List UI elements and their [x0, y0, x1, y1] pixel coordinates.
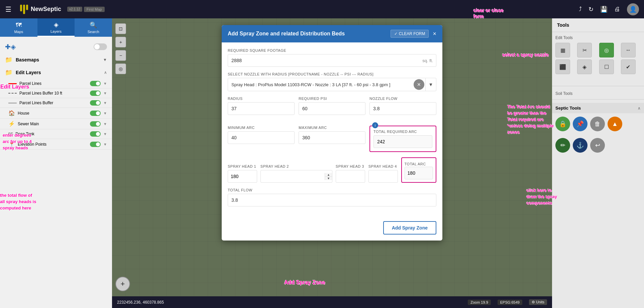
- nozzle-input[interactable]: [228, 78, 413, 91]
- parcel-lines-toggle[interactable]: [90, 81, 101, 86]
- spray-head-2-stepper-btns: ▲ ▼: [325, 173, 332, 180]
- layer-controls-row: ✚◈: [0, 40, 112, 53]
- total-arc-inline-label: Total Arc: [405, 162, 426, 166]
- dose-tank-chevron[interactable]: ▼: [103, 132, 107, 136]
- parcel-buffer-toggle[interactable]: [90, 100, 101, 106]
- tool-layer-btn[interactable]: ◈: [577, 59, 592, 74]
- print-icon[interactable]: 🖨: [614, 6, 620, 13]
- min-arc-input[interactable]: [228, 131, 295, 144]
- elevation-points-toggle[interactable]: [90, 142, 101, 147]
- nozzle-flow-input[interactable]: [369, 102, 436, 115]
- sewer-main-toggle[interactable]: [90, 121, 101, 127]
- maps-icon: 🗺: [16, 22, 22, 29]
- nozzle-dropdown-btn[interactable]: ▼: [425, 78, 436, 91]
- house-toggle[interactable]: [90, 111, 101, 116]
- soil-tools-label: Soil Tools: [552, 90, 644, 96]
- basemaps-section-header[interactable]: 📁 Basemaps ▼: [0, 53, 112, 66]
- septic-triangle-btn[interactable]: ▲: [608, 117, 622, 131]
- modal-header-actions: ✓ CLEAR FORM ×: [391, 30, 436, 38]
- total-required-arc-group: i Total required arc: [369, 126, 436, 152]
- septic-tools-header[interactable]: Septic Tools ∧: [552, 103, 644, 113]
- tab-layers[interactable]: ◈ Layers: [37, 18, 75, 37]
- modal-footer: Add Spray Zone: [222, 218, 442, 241]
- tool-square-btn[interactable]: ⬛: [555, 59, 570, 74]
- nozzle-clear-btn[interactable]: ✕: [414, 79, 424, 90]
- sewer-main-chevron[interactable]: ▼: [103, 122, 107, 126]
- map-bottom-bar: 2232456.236, 460378.865 Zoom 19.9 EPSG:6…: [112, 296, 552, 308]
- units-selector[interactable]: ⚙ Units: [529, 299, 547, 305]
- spray-head-3-input[interactable]: [336, 170, 365, 183]
- all-layers-toggle[interactable]: [94, 43, 107, 50]
- parcel-lines-label: Parcel Lines: [19, 81, 87, 86]
- tool-select-btn[interactable]: ☐: [599, 59, 614, 74]
- septic-edit-btn[interactable]: ✏: [555, 138, 570, 153]
- tool-circle-btn[interactable]: ◎: [599, 43, 614, 57]
- spray-head-2-up[interactable]: ▲: [325, 173, 332, 177]
- tool-check-btn[interactable]: ✔: [621, 59, 636, 74]
- save-icon[interactable]: 💾: [600, 6, 608, 13]
- required-sq-footage-input[interactable]: [228, 54, 436, 67]
- septic-tools-label: Septic Tools: [555, 106, 638, 111]
- total-required-arc-input[interactable]: [373, 135, 432, 148]
- max-arc-input[interactable]: [299, 131, 365, 144]
- spray-head-2-down[interactable]: ▼: [325, 177, 332, 180]
- edit-layers-folder-icon: 📁: [5, 69, 12, 76]
- required-psi-input[interactable]: [299, 102, 365, 115]
- septic-delete-btn[interactable]: 🗑: [590, 117, 605, 131]
- tool-cut-btn[interactable]: ✂: [577, 43, 592, 57]
- tab-maps[interactable]: 🗺 Maps: [0, 18, 37, 37]
- max-arc-group: Maximum arc: [299, 126, 365, 147]
- tool-grid-btn[interactable]: ▦: [555, 43, 570, 57]
- septic-draw-btn[interactable]: 🔒: [555, 117, 570, 131]
- logo-bar-2: [23, 5, 25, 14]
- layer-parcel-buffer: Parcel Lines Buffer ▼: [0, 98, 112, 108]
- total-arc-input[interactable]: [405, 167, 433, 179]
- spray-head-2-input[interactable]: [261, 174, 325, 179]
- required-sq-footage-label: Required Square Footage: [228, 48, 436, 52]
- spray-head-1-label: Spray head 1: [228, 164, 257, 168]
- tab-search[interactable]: 🔍 Search: [75, 18, 112, 37]
- radius-input[interactable]: [228, 102, 295, 115]
- spray-head-2-stepper: ▲ ▼: [260, 170, 332, 183]
- share-icon[interactable]: ⤴: [579, 6, 582, 13]
- parcel-buffer-10ft-toggle[interactable]: [90, 91, 101, 96]
- modal-close-button[interactable]: ×: [433, 30, 436, 37]
- elevation-chevron[interactable]: ▼: [103, 142, 107, 146]
- septic-anchor-btn[interactable]: ⚓: [573, 138, 587, 153]
- clear-form-button[interactable]: ✓ CLEAR FORM: [391, 30, 429, 38]
- nozzle-selector-group: Select nozzle with radius [ProductName -…: [228, 72, 436, 91]
- total-flow-input[interactable]: [228, 194, 436, 206]
- clear-form-label: ✓ CLEAR FORM: [394, 31, 425, 36]
- parcel-buffer-chevron[interactable]: ▼: [103, 91, 107, 95]
- app-logo: NewSeptic: [17, 5, 65, 14]
- dose-tank-toggle[interactable]: [90, 131, 101, 137]
- sq-footage-unit: sq. ft.: [422, 58, 433, 63]
- parcel-lines-chevron[interactable]: ▼: [103, 82, 107, 86]
- spray-head-1-input[interactable]: [228, 170, 257, 183]
- map-name: First Map: [84, 7, 105, 12]
- user-avatar[interactable]: 👤: [627, 3, 639, 15]
- tool-move-btn[interactable]: ↔: [621, 43, 636, 57]
- sq-footage-input-wrapper: sq. ft.: [228, 54, 436, 67]
- logo-bar-1: [20, 5, 22, 11]
- add-spray-zone-button[interactable]: Add Spray Zone: [383, 221, 436, 235]
- parcel-buffer2-chevron[interactable]: ▼: [103, 101, 107, 105]
- total-required-arc-box: i Total required arc: [369, 126, 436, 152]
- tab-maps-label: Maps: [14, 30, 23, 34]
- modal-title: Add Spray Zone and related Distribution …: [228, 31, 345, 37]
- min-arc-group: Minimum arc: [228, 126, 295, 147]
- tab-search-label: Search: [88, 30, 99, 34]
- tools-divider-1: [552, 86, 644, 86]
- edit-layers-section-header[interactable]: 📁 Edit Layers ∧: [0, 66, 112, 79]
- add-layer-icon[interactable]: ✚◈: [5, 43, 16, 51]
- septic-undo-btn[interactable]: ↩: [590, 138, 605, 153]
- refresh-icon[interactable]: ↻: [588, 6, 594, 13]
- modal-header: Add Spray Zone and related Distribution …: [222, 25, 442, 42]
- septic-place-btn[interactable]: 📌: [573, 117, 587, 131]
- spray-head-4-input[interactable]: [368, 170, 398, 183]
- nozzle-input-row: ✕ ▼: [228, 78, 436, 91]
- hamburger-menu[interactable]: ☰: [0, 5, 17, 13]
- edit-layers-chevron-icon: ∧: [104, 70, 107, 75]
- septic-tool-buttons: 🔒 📌 🗑 ▲: [552, 113, 644, 135]
- house-chevron[interactable]: ▼: [103, 111, 107, 115]
